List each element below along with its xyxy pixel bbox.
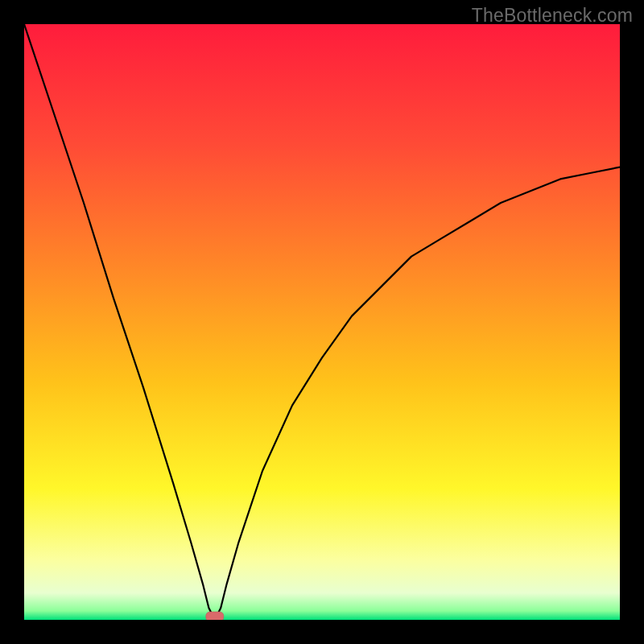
optimum-marker [206,612,224,620]
plot-area [24,24,620,620]
gradient-background [24,24,620,620]
attribution-text: TheBottleneck.com [472,5,633,27]
chart-frame: TheBottleneck.com [0,0,644,644]
chart-svg [24,24,620,620]
